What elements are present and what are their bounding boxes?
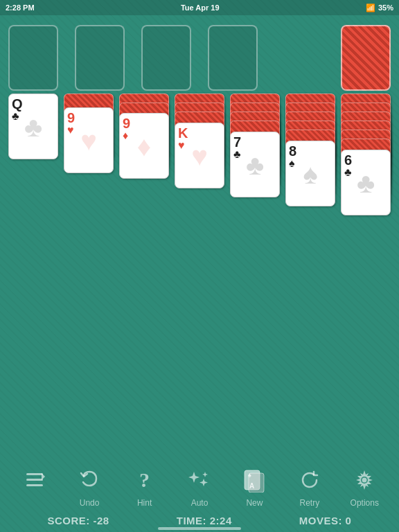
svg-rect-0 (26, 473, 43, 475)
new-icon: A ♠ (239, 465, 269, 495)
tableau-column-6[interactable]: 6 ♣ ♣ (341, 94, 391, 225)
card-7-clubs[interactable]: 7 ♣ ♣ (230, 132, 280, 197)
options-icon (349, 465, 380, 495)
auto-label: Auto (191, 498, 209, 508)
date: Tue Apr 19 (181, 3, 220, 12)
card-q-clubs[interactable]: Q ♣ ♣ (8, 94, 58, 159)
battery: 35% (378, 3, 393, 12)
new-button[interactable]: A ♠ New (239, 465, 269, 508)
wifi-icon: 📶 (366, 3, 375, 12)
tableau-column-1[interactable]: 9 ♥ ♥ (64, 94, 114, 225)
time-display: TIME: 2:24 (177, 515, 232, 526)
status-right: 📶 35% (366, 3, 393, 12)
score-display: SCORE: -28 (48, 515, 109, 526)
menu-icon (19, 465, 50, 495)
card-9-diamonds[interactable]: 9 ♦ ♦ (119, 113, 169, 179)
time: 2:28 PM (6, 3, 35, 12)
tableau-column-3[interactable]: K ♥ ♥ (175, 94, 224, 225)
svg-rect-1 (26, 479, 43, 481)
foundation-slot-4[interactable] (208, 25, 258, 91)
menu-button[interactable] (19, 465, 50, 498)
retry-icon (294, 465, 325, 495)
status-bar: 2:28 PM Tue Apr 19 📶 35% (0, 0, 399, 15)
svg-text:♠: ♠ (248, 472, 251, 479)
card-k-hearts[interactable]: K ♥ ♥ (175, 123, 224, 188)
retry-button[interactable]: Retry (294, 465, 325, 508)
foundation-slot-2[interactable] (75, 25, 125, 91)
tableau-area: Q ♣ ♣ 9 ♥ ♥ 9 ♦ ♦ (0, 94, 399, 225)
svg-rect-2 (26, 484, 43, 486)
svg-text:A: A (249, 482, 254, 490)
svg-point-9 (362, 478, 367, 483)
card-8-spades[interactable]: 8 ♠ ♠ (285, 141, 335, 206)
foundation-slot-1[interactable] (8, 25, 58, 91)
auto-button[interactable]: Auto (184, 465, 215, 508)
card-9-hearts[interactable]: 9 ♥ ♥ (64, 107, 114, 173)
score-bar: SCORE: -28 TIME: 2:24 MOVES: 0 (0, 515, 399, 526)
card-6-clubs[interactable]: 6 ♣ ♣ (341, 150, 391, 215)
undo-label: Undo (80, 498, 100, 508)
tableau-column-0[interactable]: Q ♣ ♣ (8, 94, 58, 225)
auto-icon (184, 465, 215, 495)
options-label: Options (351, 498, 379, 508)
undo-icon (74, 465, 105, 495)
new-label: New (246, 498, 263, 508)
foundation-area (0, 19, 399, 96)
foundation-slot-3[interactable] (141, 25, 191, 91)
hint-icon: ? (130, 465, 160, 495)
hint-label: Hint (137, 498, 152, 508)
options-button[interactable]: Options (349, 465, 380, 508)
retry-label: Retry (299, 498, 319, 508)
hint-button[interactable]: ? Hint (130, 465, 160, 508)
tableau-column-4[interactable]: 7 ♣ ♣ (230, 94, 280, 225)
tableau-column-2[interactable]: 9 ♦ ♦ (119, 94, 169, 225)
tableau-column-5[interactable]: 8 ♠ ♠ (285, 94, 335, 225)
undo-button[interactable]: Undo (74, 465, 105, 508)
home-indicator (158, 527, 241, 530)
toolbar: Undo ? Hint Auto A ♠ New (0, 465, 399, 508)
moves-display: MOVES: 0 (299, 515, 352, 526)
deck-pile[interactable] (341, 25, 391, 91)
